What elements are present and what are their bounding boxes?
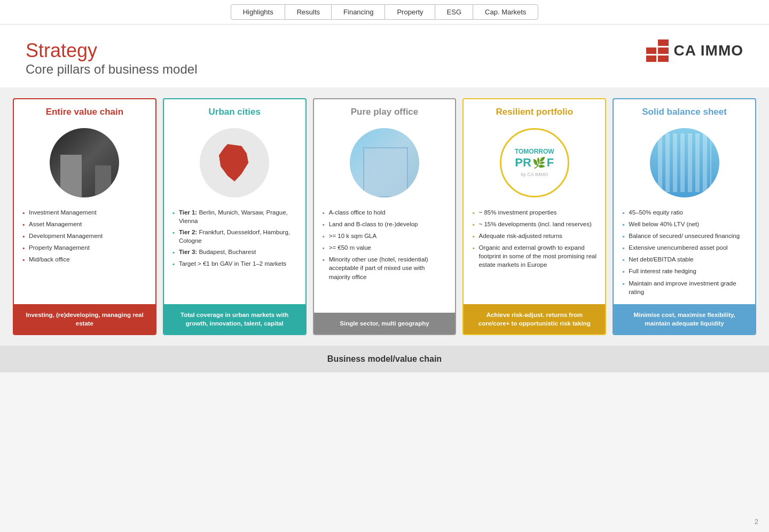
page-subtitle: Core pillars of business model	[26, 62, 197, 77]
bullet-list-4: ~ 85% investment properties ~ 15% develo…	[472, 208, 597, 269]
pillars-grid: Entire value chain Investment Management…	[13, 98, 756, 335]
company-logo: CA IMMO	[646, 39, 743, 62]
pillar-title-3: Pure play office	[314, 99, 456, 123]
building-image	[50, 128, 119, 197]
pillar-solid-balance-sheet: Solid balance sheet 45–50% equity ratio …	[613, 98, 756, 335]
bullet-list-5: 45–50% equity ratio Well below 40% LTV (…	[622, 208, 747, 296]
pillar-image-5	[614, 123, 755, 203]
bottom-banner: Business model/value chain	[0, 346, 769, 372]
list-item: Minority other use (hotel, residential) …	[323, 255, 447, 281]
tab-esg[interactable]: ESG	[435, 4, 474, 20]
list-item: Full interest rate hedging	[622, 267, 747, 276]
tab-property[interactable]: Property	[384, 4, 435, 20]
list-item: Extensive unencumbered asset pool	[622, 243, 747, 252]
pillar-image-4: TOMORROW PR 🌿 F by CA IMMO	[464, 123, 605, 203]
pillar-body-5: 45–50% equity ratio Well below 40% LTV (…	[614, 203, 755, 304]
pillar-entire-value-chain: Entire value chain Investment Management…	[13, 98, 156, 335]
list-item: Net debt/EBITDA stable	[622, 255, 747, 264]
list-item: Asset Management	[22, 220, 147, 229]
navigation-bar: Highlights Results Financing Property ES…	[0, 0, 769, 25]
page-header: Strategy Core pillars of business model …	[0, 25, 769, 88]
logo-text: CA IMMO	[674, 42, 743, 59]
list-item: Tier 3: Budapest, Bucharest	[172, 248, 297, 257]
pillar-body-2: Tier 1: Berlin, Munich, Warsaw, Prague, …	[164, 203, 305, 304]
pillar-image-2	[164, 123, 305, 203]
main-content: Entire value chain Investment Management…	[0, 88, 769, 346]
list-item: Balance of secured/ unsecured financing	[622, 232, 747, 241]
list-item: Property Management	[22, 243, 147, 252]
pillar-body-1: Investment Management Asset Management D…	[14, 203, 155, 304]
pillar-urban-cities: Urban cities Tier 1: Berlin, Munich, War…	[163, 98, 307, 335]
pillar-resilient-portfolio: Resilient portfolio TOMORROW PR 🌿 F by C…	[462, 98, 606, 335]
leaf-icon: 🌿	[532, 156, 546, 169]
pillar-image-1	[14, 123, 155, 203]
pillar-footer-2: Total coverage in urban markets with gro…	[164, 304, 305, 334]
pillar-title-5: Solid balance sheet	[614, 99, 755, 123]
pillar-body-3: A-class office to hold Land and B-class …	[314, 203, 456, 313]
pillar-title-2: Urban cities	[164, 99, 305, 123]
bullet-list-2: Tier 1: Berlin, Munich, Warsaw, Prague, …	[172, 208, 297, 269]
bullet-list-1: Investment Management Asset Management D…	[22, 208, 147, 264]
list-item: Investment Management	[22, 208, 147, 217]
list-item: ~ 85% investment properties	[472, 208, 597, 217]
tab-cap-markets[interactable]: Cap. Markets	[473, 4, 538, 20]
office-image	[350, 128, 419, 197]
list-item: Target > €1 bn GAV in Tier 1–2 markets	[172, 259, 297, 268]
pillar-body-4: ~ 85% investment properties ~ 15% develo…	[464, 203, 605, 304]
list-item: 45–50% equity ratio	[622, 208, 747, 217]
tomorrow-proof-logo: TOMORROW PR 🌿 F by CA IMMO	[500, 128, 569, 197]
list-item: Tier 2: Frankfurt, Duesseldorf, Hamburg,…	[172, 228, 297, 245]
pillar-footer-1: Investing, (re)developing, managing real…	[14, 304, 155, 334]
page-title: Strategy	[26, 39, 197, 62]
list-item: Tier 1: Berlin, Munich, Warsaw, Prague, …	[172, 208, 297, 225]
list-item: >= 10 k sqm GLA	[323, 232, 447, 241]
list-item: Development Management	[22, 232, 147, 241]
tab-results[interactable]: Results	[285, 4, 332, 20]
pillar-footer-4: Achieve risk-adjust. returns from core/c…	[464, 304, 605, 334]
map-red-region	[217, 144, 252, 181]
list-item: ~ 15% developments (incl. land reserves)	[472, 220, 597, 229]
map-image	[200, 128, 269, 197]
list-item: A-class office to hold	[323, 208, 447, 217]
facade-image	[650, 128, 719, 197]
list-item: Maintain and improve investment grade ra…	[622, 279, 747, 296]
list-item: Land and B-class to (re-)develop	[323, 220, 447, 229]
pillar-title-1: Entire value chain	[14, 99, 155, 123]
pillar-footer-3: Single sector, multi geography	[314, 313, 456, 334]
bullet-list-3: A-class office to hold Land and B-class …	[323, 208, 447, 281]
list-item: Well below 40% LTV (net)	[622, 220, 747, 229]
tab-financing[interactable]: Financing	[331, 4, 386, 20]
list-item: >= €50 m value	[323, 243, 447, 252]
pillar-pure-play-office: Pure play office A-class office to hold …	[313, 98, 457, 335]
logo-icon	[646, 39, 669, 62]
list-item: Mid/back office	[22, 255, 147, 264]
page-number: 2	[755, 518, 758, 526]
list-item: Organic and external growth to expand fo…	[472, 243, 597, 269]
pillar-image-3	[314, 123, 456, 203]
pillar-footer-5: Minimise cost, maximise flexibility, mai…	[614, 304, 755, 334]
pillar-title-4: Resilient portfolio	[464, 99, 605, 123]
page-title-block: Strategy Core pillars of business model	[26, 39, 197, 77]
list-item: Adequate risk-adjusted returns	[472, 232, 597, 241]
tab-highlights[interactable]: Highlights	[231, 4, 286, 20]
